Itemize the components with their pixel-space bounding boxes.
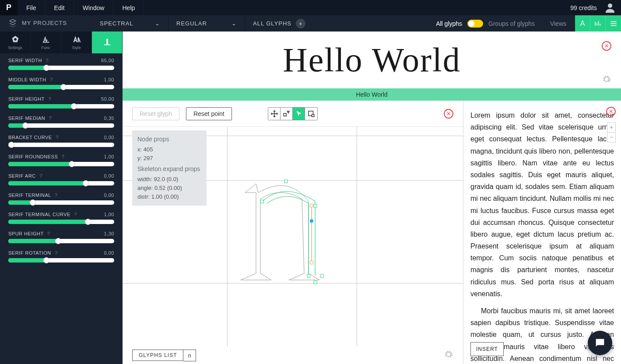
- my-projects-button[interactable]: MY PROJECTS: [0, 15, 92, 32]
- svg-point-15: [310, 261, 313, 264]
- slider-track[interactable]: [8, 104, 114, 108]
- sidebar-tab-style[interactable]: Style: [61, 32, 92, 53]
- svg-rect-13: [320, 274, 323, 277]
- user-icon[interactable]: [603, 1, 617, 14]
- slider-serif-width: SERIF WIDTH ?65,00: [0, 53, 123, 73]
- skeleton-distr: distr: 1.00 (0.00): [137, 192, 201, 201]
- editor-bottom-bar: GLYPHS LIST n: [123, 346, 463, 364]
- svg-rect-9: [284, 180, 288, 183]
- glyph-outline: [236, 177, 350, 291]
- svg-rect-11: [307, 274, 310, 277]
- skeleton-angle: angle: 0.52 (0.00): [137, 184, 201, 192]
- node-props-heading: Node props: [137, 135, 201, 144]
- menu-window[interactable]: Window: [74, 0, 114, 15]
- node-properties-panel: Node props x: 405 y: 297 Skeleton expand…: [132, 130, 207, 206]
- help-icon[interactable]: ?: [46, 58, 49, 63]
- slider-track[interactable]: [8, 162, 114, 166]
- gear-icon[interactable]: [602, 74, 611, 86]
- node-y-value: y: 297: [137, 154, 201, 163]
- help-icon[interactable]: ?: [56, 135, 59, 140]
- toggle-switch[interactable]: [467, 20, 483, 28]
- slider-track[interactable]: [8, 258, 114, 262]
- glyphs-list-button[interactable]: GLYPHS LIST: [132, 350, 183, 361]
- help-icon[interactable]: ?: [55, 250, 58, 256]
- view-tab-bars[interactable]: [590, 15, 606, 32]
- shapes-tool[interactable]: [281, 108, 293, 120]
- skeleton-props-heading: Skeleton expand props: [137, 164, 201, 174]
- reset-point-button[interactable]: Reset point: [186, 107, 232, 120]
- slider-spur-height: SPUR HEIGHT ?1,30: [0, 227, 123, 246]
- slider-middle-width: MIDDLE WIDTH ?1,00: [0, 73, 123, 92]
- slider-serif-rotation: SERIF ROTATION ?0,00: [0, 246, 123, 265]
- slider-track[interactable]: [8, 85, 114, 89]
- menu-edit[interactable]: Edit: [46, 0, 74, 15]
- app-logo[interactable]: P: [0, 0, 18, 15]
- help-icon[interactable]: ?: [50, 77, 53, 82]
- help-icon[interactable]: ?: [39, 173, 42, 178]
- gear-icon[interactable]: [444, 350, 453, 361]
- font-weight-dropdown[interactable]: REGULAR ⌄: [168, 15, 245, 32]
- help-icon[interactable]: ?: [48, 96, 51, 102]
- close-editor-button[interactable]: ✕: [444, 109, 453, 119]
- preview-header: Hello World ✕: [123, 32, 621, 88]
- my-projects-label: MY PROJECTS: [22, 20, 67, 26]
- slider-serif-arc: SERIF ARC ?0,00: [0, 169, 123, 188]
- svg-marker-4: [287, 111, 289, 113]
- glyph-canvas[interactable]: Node props x: 405 y: 297 Skeleton expand…: [123, 127, 463, 346]
- menu-help[interactable]: Help: [113, 0, 144, 15]
- add-node-tool[interactable]: [305, 108, 317, 120]
- chevron-down-icon: ⌄: [232, 20, 237, 27]
- slider-track[interactable]: [8, 200, 114, 205]
- insert-button[interactable]: INSERT: [470, 342, 504, 356]
- lorem-paragraph-1: Lorem ipsum dolor sit amet, consectetur …: [470, 109, 614, 300]
- editor-tool-group: [268, 107, 318, 120]
- sidebar-tab-serif[interactable]: [92, 32, 123, 53]
- slider-track[interactable]: [8, 239, 114, 243]
- slider-track[interactable]: [8, 66, 114, 70]
- help-icon[interactable]: ?: [55, 192, 58, 198]
- view-mode-tabs: A: [575, 15, 621, 32]
- help-icon[interactable]: ?: [49, 116, 52, 121]
- skeleton-width: width: 92.0 (0.0): [137, 175, 201, 184]
- view-tab-menu[interactable]: [606, 15, 621, 32]
- slider-track[interactable]: [8, 123, 114, 128]
- help-icon[interactable]: ?: [74, 212, 77, 217]
- svg-point-14: [310, 204, 313, 207]
- slider-serif-terminal: SERIF TERMINAL ?0,00: [0, 188, 123, 207]
- svg-rect-10: [314, 204, 317, 207]
- plus-icon[interactable]: +: [296, 19, 305, 28]
- slider-track[interactable]: [8, 181, 114, 186]
- views-label[interactable]: Views: [541, 20, 575, 27]
- lorem-text-column: ✕ + − Lorem ipsum dolor sit amet, consec…: [463, 101, 621, 364]
- view-tab-text[interactable]: A: [575, 15, 590, 32]
- font-family-dropdown[interactable]: SPECTRAL ⌄: [92, 15, 168, 32]
- help-icon[interactable]: ?: [47, 231, 50, 236]
- help-icon[interactable]: ?: [62, 154, 65, 159]
- sidebar-tab-func[interactable]: Func: [31, 32, 61, 53]
- all-glyphs-button[interactable]: ALL GLYPHS +: [245, 15, 313, 32]
- main-area: Hello World ✕ Hello World Reset glyph Re…: [123, 32, 621, 364]
- glyph-grouping-toggle: All glyphs Groups of glyphs: [429, 20, 541, 28]
- chat-fab[interactable]: [588, 331, 612, 355]
- slider-serif-height: SERIF HEIGHT ?50,00: [0, 92, 123, 111]
- slider-track[interactable]: [8, 220, 114, 224]
- reset-glyph-button[interactable]: Reset glyph: [132, 107, 179, 120]
- preview-text: Hello World: [283, 40, 460, 80]
- zoom-out-button[interactable]: −: [607, 133, 615, 142]
- node-x-value: x: 405: [137, 145, 201, 154]
- svg-rect-6: [312, 114, 314, 116]
- svg-rect-3: [284, 113, 286, 116]
- slider-track[interactable]: [8, 143, 114, 147]
- sidebar-tab-settings[interactable]: Settings: [0, 32, 31, 53]
- svg-rect-12: [314, 281, 317, 284]
- move-tool[interactable]: [268, 108, 281, 120]
- secondbar: MY PROJECTS SPECTRAL ⌄ REGULAR ⌄ ALL GLY…: [0, 15, 621, 32]
- close-text-button[interactable]: ✕: [606, 107, 616, 116]
- svg-rect-8: [260, 200, 263, 203]
- close-preview-button[interactable]: ✕: [602, 41, 611, 51]
- zoom-in-button[interactable]: +: [607, 123, 615, 133]
- select-tool[interactable]: [293, 108, 305, 120]
- current-glyph-chip[interactable]: n: [183, 350, 196, 361]
- sidebar: Settings Func Style SERIF WIDTH ?65,00MI…: [0, 32, 123, 364]
- menu-file[interactable]: File: [18, 0, 46, 15]
